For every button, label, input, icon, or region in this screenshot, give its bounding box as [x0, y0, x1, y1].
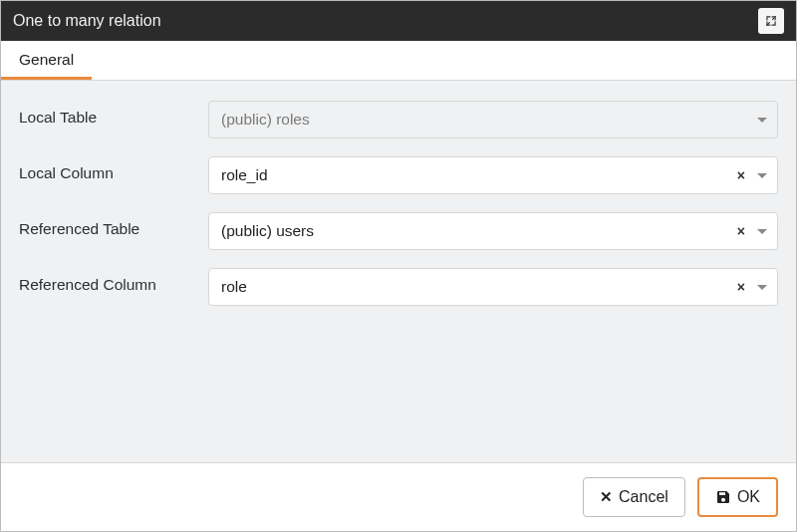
clear-icon[interactable]: ×	[729, 280, 753, 294]
local-table-select[interactable]: (public) roles	[208, 101, 778, 138]
cancel-label: Cancel	[619, 488, 668, 506]
dialog-title: One to many relation	[13, 12, 161, 30]
chevron-down-icon	[757, 229, 767, 234]
row-local-table: Local Table (public) roles	[19, 101, 778, 138]
referenced-column-value: role	[221, 278, 729, 296]
chevron-down-icon	[757, 285, 767, 290]
titlebar: One to many relation	[1, 1, 796, 41]
tab-bar: General	[1, 41, 796, 81]
row-local-column: Local Column role_id ×	[19, 156, 778, 194]
dialog-footer: ✕ Cancel OK	[1, 463, 796, 531]
expand-button[interactable]	[758, 8, 784, 34]
row-referenced-column: Referenced Column role ×	[19, 268, 778, 306]
tab-general[interactable]: General	[1, 41, 92, 80]
control-referenced-table: (public) users ×	[208, 212, 778, 250]
label-local-table: Local Table	[19, 101, 208, 127]
control-local-table: (public) roles	[208, 101, 778, 138]
cancel-button[interactable]: ✕ Cancel	[583, 477, 685, 517]
local-column-value: role_id	[221, 166, 729, 184]
save-icon	[715, 489, 731, 505]
label-referenced-column: Referenced Column	[19, 268, 208, 294]
clear-icon[interactable]: ×	[729, 168, 753, 182]
control-referenced-column: role ×	[208, 268, 778, 306]
clear-icon[interactable]: ×	[729, 224, 753, 238]
chevron-down-icon	[757, 173, 767, 178]
referenced-column-select[interactable]: role ×	[208, 268, 778, 306]
ok-label: OK	[737, 488, 760, 506]
tab-label: General	[19, 51, 74, 68]
close-icon: ✕	[600, 488, 613, 506]
referenced-table-value: (public) users	[221, 222, 729, 240]
label-referenced-table: Referenced Table	[19, 212, 208, 238]
label-local-column: Local Column	[19, 156, 208, 182]
local-table-value: (public) roles	[221, 111, 753, 129]
expand-icon	[764, 14, 778, 28]
dialog: One to many relation General Local Table…	[0, 0, 797, 532]
local-column-select[interactable]: role_id ×	[208, 156, 778, 194]
ok-button[interactable]: OK	[697, 477, 778, 517]
control-local-column: role_id ×	[208, 156, 778, 194]
referenced-table-select[interactable]: (public) users ×	[208, 212, 778, 250]
row-referenced-table: Referenced Table (public) users ×	[19, 212, 778, 250]
chevron-down-icon	[757, 118, 767, 123]
form-area: Local Table (public) roles Local Column …	[1, 81, 796, 463]
